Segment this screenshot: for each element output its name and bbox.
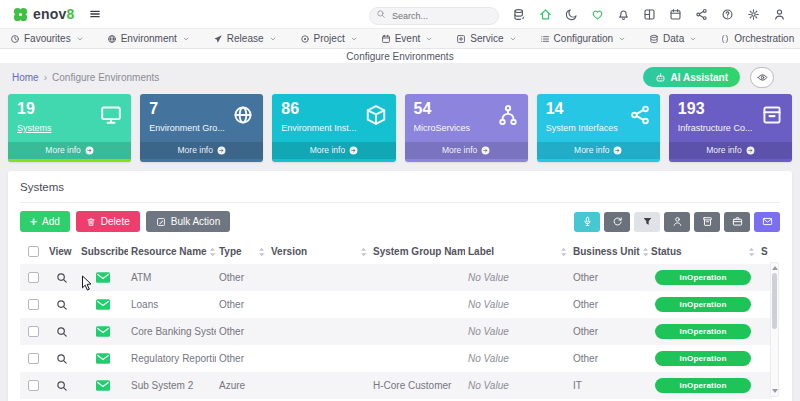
watch-button[interactable] [750, 67, 774, 88]
home-icon[interactable] [539, 8, 552, 21]
cell-type: Other [216, 345, 268, 372]
row-checkbox[interactable] [28, 353, 39, 364]
view-icon[interactable] [56, 299, 68, 311]
card-body: 14 System Interfaces [537, 94, 660, 142]
nav-item-environment[interactable]: Environment [107, 33, 190, 44]
breadcrumb-home-link[interactable]: Home [12, 72, 39, 83]
row-checkbox[interactable] [28, 380, 39, 391]
table-row-regulatory-reporting: Regulatory Reporting Other No Value Othe… [20, 345, 772, 372]
column-header-version[interactable]: Version [268, 241, 370, 264]
bell-icon[interactable] [617, 8, 630, 21]
nav-item-data[interactable]: Data [649, 33, 697, 44]
subscribe-icon[interactable] [96, 326, 110, 337]
column-header-system-group-name[interactable]: System Group Name [370, 241, 465, 264]
cell-resource-name: Regulatory Reporting [128, 345, 216, 372]
sort-icon[interactable] [258, 247, 265, 257]
nav-item-label: Project [314, 33, 345, 44]
sort-icon[interactable] [748, 247, 755, 257]
share-icon[interactable] [695, 8, 708, 21]
sort-icon[interactable] [560, 247, 567, 257]
subscribe-icon[interactable] [96, 299, 110, 310]
release-icon [213, 34, 223, 44]
view-icon[interactable] [56, 326, 68, 338]
sort-icon[interactable] [360, 247, 367, 257]
add-button[interactable]: + Add [20, 211, 70, 232]
card-body: 86 Environment Inst... [272, 94, 395, 142]
help-icon[interactable] [721, 8, 734, 21]
filter-icon [642, 216, 653, 227]
data-source-icon[interactable] [513, 8, 526, 21]
moon-icon[interactable] [565, 8, 578, 21]
view-icon[interactable] [56, 353, 68, 365]
sort-icon[interactable] [642, 247, 648, 257]
sort-icon[interactable] [209, 247, 216, 257]
briefcase-button[interactable] [724, 212, 750, 232]
scroll-down-arrow[interactable] [772, 389, 778, 393]
card-body: 7 Environment Gro... [140, 94, 263, 142]
user-icon[interactable] [773, 8, 786, 21]
row-checkbox[interactable] [28, 299, 39, 310]
archive-button[interactable] [694, 212, 720, 232]
nav-item-label: Orchestration [734, 33, 794, 44]
cell-business-unit: Other [570, 291, 648, 318]
card-environment-gro[interactable]: 7 Environment Gro... More info [140, 94, 263, 162]
column-header-resource-name[interactable]: Resource Name [128, 241, 216, 264]
cell-business-unit: Other [570, 264, 648, 291]
nav-item-event[interactable]: Event [381, 33, 434, 44]
card-systems[interactable]: 19 Systems More info [8, 94, 131, 162]
nav-item-configuration[interactable]: Configuration [540, 33, 626, 44]
row-checkbox[interactable] [28, 272, 39, 283]
status-badge: InOperation [655, 297, 751, 312]
mail-button[interactable] [754, 212, 780, 232]
card-environment-inst[interactable]: 86 Environment Inst... More info [272, 94, 395, 162]
view-icon[interactable] [56, 380, 68, 392]
column-header-type[interactable]: Type [216, 241, 268, 264]
nav-item-orchestration[interactable]: Orchestration [720, 33, 800, 44]
column-header-business-unit[interactable]: Business Unit [570, 241, 648, 264]
column-header-status[interactable]: Status [648, 241, 758, 264]
menu-icon[interactable] [88, 8, 102, 20]
search-input[interactable] [369, 7, 499, 25]
cell-label: No Value [465, 291, 570, 318]
nav-item-favourites[interactable]: Favourites [10, 33, 84, 44]
nav-item-project[interactable]: Project [300, 33, 358, 44]
subscribe-icon[interactable] [96, 353, 110, 364]
refresh-button[interactable] [604, 212, 630, 232]
cell-system-group-name [370, 264, 465, 291]
card-more-info[interactable]: More info [272, 142, 395, 159]
delete-button[interactable]: Delete [76, 211, 140, 232]
card-microservices[interactable]: 54 MicroServices More info [405, 94, 528, 162]
row-checkbox[interactable] [28, 326, 39, 337]
subscribe-icon[interactable] [96, 380, 110, 391]
chevron-down-icon [182, 35, 190, 43]
card-more-info[interactable]: More info [140, 142, 263, 159]
plus-icon: + [30, 217, 37, 227]
card-more-info[interactable]: More info [8, 142, 131, 159]
card-more-info[interactable]: More info [669, 142, 792, 159]
table-scrollbar[interactable] [770, 262, 779, 397]
card-infrastructure-co[interactable]: 193 Infrastructure Co... More info [669, 94, 792, 162]
scroll-up-arrow[interactable] [772, 266, 778, 270]
ai-assistant-button[interactable]: AI Assistant [643, 67, 740, 87]
nav-item-release[interactable]: Release [213, 33, 277, 44]
filter-button[interactable] [634, 212, 660, 232]
select-all-checkbox[interactable] [28, 246, 39, 257]
subscribe-icon[interactable] [96, 272, 110, 283]
column-header-label[interactable]: Label [465, 241, 570, 264]
card-more-info[interactable]: More info [405, 142, 528, 159]
bulk-action-button[interactable]: Bulk Action [146, 211, 230, 232]
heart-icon[interactable] [591, 8, 604, 21]
board-icon[interactable] [643, 8, 656, 21]
enov8-logo[interactable]: enov8 [12, 6, 74, 23]
nav-item-service[interactable]: Service [456, 33, 516, 44]
scroll-thumb[interactable] [772, 273, 777, 329]
card-more-info[interactable]: More info [537, 142, 660, 159]
card-system-interfaces[interactable]: 14 System Interfaces More info [537, 94, 660, 162]
card-body: 54 MicroServices [405, 94, 528, 142]
view-icon[interactable] [56, 272, 68, 284]
table-row-sub-system-2: Sub System 2 Azure H-Core Customer No Va… [20, 372, 772, 399]
mic-button[interactable] [574, 212, 600, 232]
calendar-icon[interactable] [669, 8, 682, 21]
gear-icon[interactable] [747, 8, 760, 21]
user-button[interactable] [664, 212, 690, 232]
